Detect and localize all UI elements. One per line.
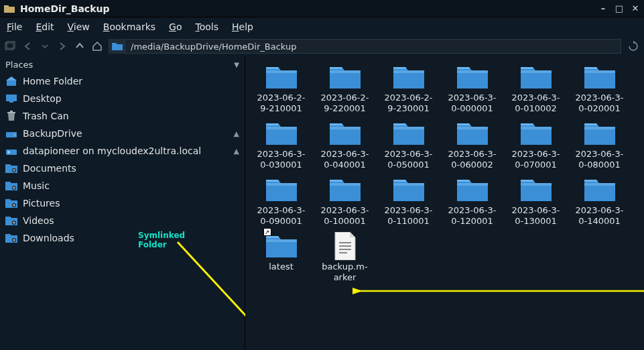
- svg-rect-2: [7, 80, 16, 86]
- up-icon[interactable]: [74, 40, 86, 52]
- svg-rect-28: [266, 127, 297, 129]
- sidebar: Places ▼ Home FolderDesktopTrash CanBack…: [0, 56, 245, 350]
- folder-item[interactable]: 2023-06-3-0-140001: [568, 176, 631, 227]
- sidebar-item-icon: [5, 180, 17, 191]
- folder-icon: [392, 63, 426, 90]
- svg-rect-30: [393, 127, 424, 129]
- menu-bookmarks[interactable]: Bookmarks: [103, 21, 155, 32]
- item-label: 2023-06-3-0-090001: [251, 205, 312, 227]
- path-bar[interactable]: /media/BackupDrive/HomeDir_Backup: [109, 39, 621, 54]
- annotation-symlink-label: Symlinked Folder: [138, 231, 185, 249]
- folder-icon: [456, 176, 489, 202]
- eject-icon[interactable]: ▲: [234, 129, 239, 138]
- folder-icon: [328, 176, 362, 202]
- folder-item[interactable]: 2023-06-2-9-210001: [249, 63, 313, 114]
- sidebar-item[interactable]: Pictures: [0, 194, 245, 212]
- sidebar-item-icon: [5, 233, 17, 243]
- folder-item[interactable]: ↗latest: [249, 232, 313, 283]
- menu-tools[interactable]: Tools: [195, 21, 218, 32]
- folder-item[interactable]: 2023-06-2-9-220001: [313, 63, 377, 114]
- menu-go[interactable]: Go: [169, 21, 182, 32]
- history-dropdown-icon[interactable]: [39, 40, 51, 52]
- close-button[interactable]: ✕: [631, 4, 640, 13]
- refresh-icon[interactable]: [627, 40, 640, 53]
- folder-item[interactable]: 2023-06-3-0-120001: [440, 176, 504, 227]
- svg-point-18: [13, 221, 15, 224]
- sidebar-item[interactable]: Trash Can: [0, 107, 245, 125]
- folder-icon: [328, 119, 362, 146]
- menu-view[interactable]: View: [68, 21, 90, 32]
- sidebar-item-label: Music: [23, 180, 50, 191]
- item-label: latest: [251, 261, 312, 272]
- svg-point-16: [13, 204, 15, 207]
- svg-rect-3: [6, 95, 17, 101]
- folder-item[interactable]: 2023-06-3-0-130001: [504, 176, 568, 227]
- svg-rect-37: [457, 183, 488, 186]
- folder-item[interactable]: 2023-06-3-0-060002: [440, 119, 504, 170]
- places-collapse-icon[interactable]: ▼: [234, 61, 239, 68]
- svg-rect-36: [393, 183, 424, 186]
- folder-item[interactable]: 2023-06-3-0-020001: [568, 63, 631, 114]
- file-view[interactable]: 2023-06-2-9-2100012023-06-2-9-2200012023…: [245, 56, 644, 350]
- sidebar-item-icon: [5, 76, 17, 86]
- svg-rect-34: [266, 183, 297, 186]
- folder-icon: [328, 63, 362, 90]
- folder-item[interactable]: 2023-06-3-0-090001: [249, 176, 313, 227]
- maximize-button[interactable]: □: [615, 4, 624, 13]
- sidebar-item-label: Home Folder: [23, 76, 82, 86]
- forward-icon[interactable]: [56, 40, 68, 52]
- folder-item[interactable]: 2023-06-2-9-230001: [377, 63, 440, 114]
- sidebar-item[interactable]: datapioneer on mycloudex2ultra.local▲: [0, 142, 245, 160]
- svg-rect-5: [7, 112, 15, 113]
- sidebar-item[interactable]: Videos: [0, 212, 245, 229]
- item-label: 2023-06-2-9-210001: [251, 93, 312, 114]
- new-tab-icon[interactable]: [4, 40, 16, 52]
- folder-icon: ↗: [265, 232, 298, 259]
- svg-point-8: [14, 134, 15, 135]
- sidebar-item-label: Trash Can: [23, 111, 69, 121]
- folder-icon: [456, 119, 489, 146]
- sidebar-item[interactable]: BackupDrive▲: [0, 125, 245, 142]
- menu-file[interactable]: File: [7, 21, 22, 32]
- folder-item[interactable]: 2023-06-3-0-110001: [377, 176, 440, 227]
- toolbar: /media/BackupDrive/HomeDir_Backup: [0, 36, 644, 56]
- sidebar-item-icon: [5, 163, 17, 174]
- back-icon[interactable]: [21, 40, 34, 52]
- file-grid: 2023-06-2-9-2100012023-06-2-9-2200012023…: [249, 63, 641, 288]
- item-label: 2023-06-3-0-100001: [315, 205, 375, 227]
- home-icon[interactable]: [91, 40, 103, 52]
- file-item[interactable]: backup.m-arker: [313, 232, 377, 283]
- item-label: 2023-06-3-0-030001: [251, 149, 312, 170]
- folder-item[interactable]: 2023-06-3-0-050001: [377, 119, 440, 170]
- sidebar-item[interactable]: Downloads: [0, 229, 245, 247]
- svg-rect-39: [584, 183, 615, 186]
- path-text: /media/BackupDrive/HomeDir_Backup: [125, 42, 302, 52]
- sidebar-item[interactable]: Home Folder: [0, 72, 245, 90]
- folder-item[interactable]: 2023-06-3-0-100001: [313, 176, 377, 227]
- folder-item[interactable]: 2023-06-3-0-010002: [504, 63, 568, 114]
- sidebar-item[interactable]: Music: [0, 177, 245, 194]
- svg-rect-38: [521, 183, 552, 186]
- minimize-button[interactable]: –: [598, 4, 608, 13]
- menu-edit[interactable]: Edit: [36, 21, 54, 32]
- item-label: 2023-06-3-0-070001: [506, 149, 566, 170]
- sidebar-item[interactable]: Documents: [0, 160, 245, 177]
- folder-item[interactable]: 2023-06-3-0-070001: [504, 119, 568, 170]
- folder-icon: [519, 63, 553, 90]
- folder-item[interactable]: 2023-06-3-0-040001: [313, 119, 377, 170]
- folder-icon: [519, 176, 553, 202]
- places-header[interactable]: Places ▼: [0, 56, 245, 72]
- folder-icon: [392, 176, 426, 202]
- item-label: 2023-06-3-0-000001: [442, 93, 503, 114]
- menubar: File Edit View Bookmarks Go Tools Help: [0, 17, 644, 36]
- folder-item[interactable]: 2023-06-3-0-030001: [249, 119, 313, 170]
- folder-item[interactable]: 2023-06-3-0-000001: [440, 63, 504, 114]
- window-buttons: – □ ✕: [598, 4, 640, 13]
- symlink-badge-icon: ↗: [263, 228, 271, 236]
- menu-help[interactable]: Help: [232, 21, 253, 32]
- eject-icon[interactable]: ▲: [234, 147, 239, 156]
- item-label: 2023-06-3-0-130001: [506, 205, 566, 227]
- sidebar-item[interactable]: Desktop: [0, 90, 245, 107]
- folder-item[interactable]: 2023-06-3-0-080001: [568, 119, 631, 170]
- sidebar-item-icon: [5, 93, 17, 104]
